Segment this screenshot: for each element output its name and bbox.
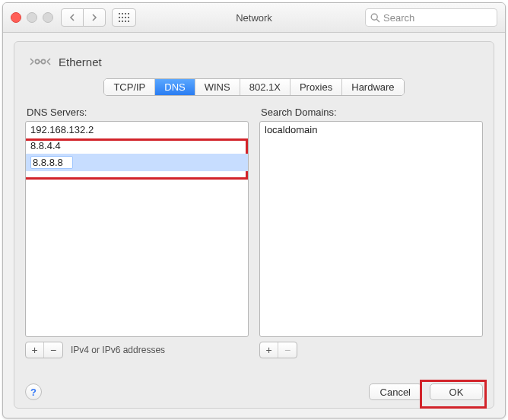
dns-sheet: Ethernet TCP/IPDNSWINS802.1XProxiesHardw…	[14, 41, 494, 409]
svg-rect-8	[119, 21, 120, 22]
sd-add-button[interactable]: +	[260, 342, 278, 358]
interface-name: Ethernet	[59, 56, 102, 68]
tab-hardware[interactable]: Hardware	[342, 79, 403, 95]
dns-server-row[interactable]: 8.8.4.4	[26, 138, 248, 154]
search-domains-column: Search Domains: localdomain + −	[259, 107, 483, 358]
svg-rect-7	[128, 17, 129, 18]
search-domain-row[interactable]: localdomain	[260, 122, 482, 138]
sd-add-remove: + −	[259, 342, 297, 358]
dns-add-button[interactable]: +	[26, 342, 44, 358]
svg-rect-10	[125, 21, 126, 22]
dns-add-remove: + −	[25, 342, 63, 358]
svg-rect-5	[122, 17, 123, 18]
cancel-button[interactable]: Cancel	[369, 383, 422, 400]
svg-rect-3	[128, 13, 129, 14]
interface-header: Ethernet	[30, 54, 483, 69]
dns-servers-list[interactable]: 192.168.132.28.8.4.48.8.8.8	[25, 121, 249, 337]
nav-back-forward	[61, 8, 106, 27]
svg-rect-6	[125, 17, 126, 18]
sd-remove-button[interactable]: −	[278, 342, 297, 358]
dns-server-row[interactable]: 8.8.8.8	[26, 154, 248, 171]
dns-remove-button[interactable]: −	[44, 342, 62, 358]
sheet-footer: ? Cancel OK	[25, 383, 483, 400]
svg-point-12	[371, 14, 377, 20]
dns-server-row[interactable]: 192.168.132.2	[26, 122, 248, 138]
back-button[interactable]	[61, 8, 84, 27]
svg-rect-2	[125, 13, 126, 14]
search-field[interactable]: Search	[365, 8, 497, 27]
dns-hint: IPv4 or IPv6 addresses	[71, 345, 165, 355]
tab-proxies[interactable]: Proxies	[291, 79, 342, 95]
svg-point-15	[41, 59, 45, 63]
chevron-right-icon	[91, 14, 97, 21]
window-controls	[11, 12, 53, 23]
help-button[interactable]: ?	[25, 383, 42, 400]
search-domains-list[interactable]: localdomain	[259, 121, 483, 337]
search-domains-label: Search Domains:	[261, 107, 483, 118]
tab-dns[interactable]: DNS	[155, 79, 195, 95]
svg-rect-0	[119, 13, 120, 14]
svg-rect-9	[122, 21, 123, 22]
search-placeholder: Search	[383, 12, 414, 24]
grid-icon	[119, 13, 129, 22]
tab-tcpip[interactable]: TCP/IP	[104, 79, 155, 95]
dns-server-editing[interactable]: 8.8.8.8	[30, 156, 73, 169]
svg-rect-11	[128, 21, 129, 22]
ethernet-icon	[30, 54, 51, 69]
titlebar: Network Search	[3, 3, 505, 33]
dns-servers-label: DNS Servers:	[27, 107, 249, 118]
zoom-window-button[interactable]	[43, 12, 53, 23]
tab-wins[interactable]: WINS	[195, 79, 240, 95]
show-all-button[interactable]	[112, 8, 136, 27]
dns-columns: DNS Servers: 192.168.132.28.8.4.48.8.8.8…	[25, 107, 483, 358]
svg-point-14	[35, 59, 39, 63]
forward-button[interactable]	[83, 8, 106, 27]
network-window: { "window": { "title": "Network", "searc…	[2, 2, 506, 418]
search-icon	[370, 13, 380, 23]
ok-button[interactable]: OK	[430, 383, 483, 400]
svg-line-13	[376, 19, 379, 22]
chevron-left-icon	[69, 14, 75, 21]
tab-8021x[interactable]: 802.1X	[240, 79, 291, 95]
close-window-button[interactable]	[11, 12, 21, 23]
svg-rect-4	[119, 17, 120, 18]
tab-strip: TCP/IPDNSWINS802.1XProxiesHardware	[25, 78, 483, 96]
svg-rect-1	[122, 13, 123, 14]
minimize-window-button[interactable]	[27, 12, 37, 23]
dns-servers-column: DNS Servers: 192.168.132.28.8.4.48.8.8.8…	[25, 107, 249, 358]
